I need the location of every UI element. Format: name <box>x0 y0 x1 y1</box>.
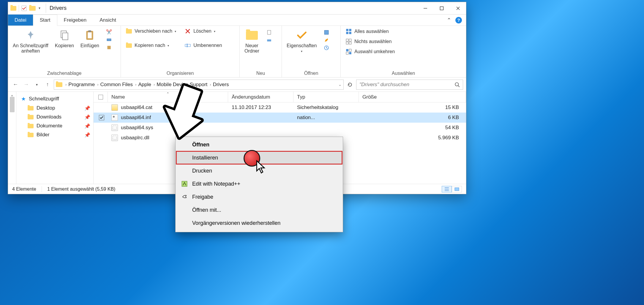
new-folder-button[interactable]: Neuer Ordner <box>244 28 260 55</box>
view-large-icons-button[interactable] <box>452 186 462 192</box>
context-menu-item[interactable]: Öffnen <box>176 138 342 151</box>
column-type[interactable]: Typ <box>293 92 359 102</box>
svg-rect-21 <box>349 42 351 44</box>
ribbon-collapse-button[interactable]: ⌃ <box>447 17 451 23</box>
tab-share[interactable]: Freigeben <box>57 15 93 26</box>
file-name: usbaapl64.inf <box>121 115 151 121</box>
tab-view[interactable]: Ansicht <box>93 15 123 26</box>
view-details-button[interactable] <box>442 186 452 192</box>
folder-icon <box>28 133 34 137</box>
svg-rect-6 <box>107 39 111 41</box>
tab-file[interactable]: Datei <box>8 15 33 26</box>
navigation-pane: ★ Schnellzugriff Desktop 📌 Downloads 📌 D… <box>16 92 94 184</box>
context-menu-item[interactable]: Edit with Notepad++ <box>176 177 342 190</box>
svg-rect-2 <box>62 33 68 40</box>
help-button[interactable]: ? <box>455 17 462 23</box>
star-icon: ★ <box>21 96 26 102</box>
close-button[interactable] <box>450 2 466 15</box>
file-row[interactable]: usbaapl64.cat11.10.2017 12:23Sicherheits… <box>94 102 466 113</box>
file-row[interactable]: usbaapl64.infnation...6 KB <box>94 113 466 123</box>
svg-rect-4 <box>88 32 92 38</box>
column-modified[interactable]: Änderungsdatum <box>228 92 293 102</box>
nav-back-button[interactable]: ← <box>11 80 20 89</box>
svg-rect-18 <box>346 39 348 41</box>
paste-button[interactable]: Einfügen <box>80 28 100 50</box>
address-bar-row: ← → ▾ ↑ ›Programme ›Common Files ›Apple … <box>8 78 466 92</box>
folder-icon <box>28 115 34 119</box>
paste-shortcut-button[interactable] <box>105 44 113 51</box>
column-size[interactable]: Größe <box>359 92 466 102</box>
open-button[interactable] <box>323 29 330 36</box>
nav-forward-button[interactable]: → <box>22 80 31 89</box>
search-input[interactable]: "Drivers" durchsuchen <box>356 80 463 90</box>
qat-properties-button[interactable] <box>21 6 27 11</box>
file-name: usbaapl64.sys <box>121 125 153 131</box>
select-invert-button[interactable]: Auswahl umkehren <box>345 48 395 56</box>
nav-recent-button[interactable]: ▾ <box>32 80 41 89</box>
context-menu-item[interactable]: Öffnen mit... <box>176 203 342 216</box>
folder-icon <box>56 82 62 87</box>
svg-rect-25 <box>349 52 351 54</box>
select-all-button[interactable]: Alles auswählen <box>345 28 395 35</box>
file-icon <box>111 124 118 131</box>
quick-access-toolbar: ▼ <box>8 5 43 12</box>
maximize-button[interactable] <box>433 2 450 15</box>
file-row[interactable]: usbaapl64.sys54 KB <box>94 123 466 133</box>
file-type: nation... <box>293 115 359 121</box>
edit-button[interactable] <box>323 37 330 44</box>
npp-icon <box>180 181 189 187</box>
sidebar-item-pictures[interactable]: Bilder 📌 <box>19 130 92 139</box>
breadcrumb[interactable]: ›Programme ›Common Files ›Apple ›Mobile … <box>54 80 344 90</box>
context-menu-item[interactable]: Freigabe <box>176 190 342 203</box>
svg-point-26 <box>455 83 458 86</box>
context-menu-item[interactable]: Drucken <box>176 164 342 177</box>
svg-rect-27 <box>455 188 459 191</box>
column-name[interactable]: ⌃Name <box>108 92 228 102</box>
move-to-button[interactable]: Verschieben nach▾ <box>125 28 177 35</box>
refresh-button[interactable] <box>345 80 354 89</box>
sidebar-item-downloads[interactable]: Downloads 📌 <box>19 113 92 121</box>
file-date: 11.10.2017 12:23 <box>228 105 293 110</box>
copy-path-button[interactable] <box>105 36 113 43</box>
properties-button[interactable]: Eigenschaften▾ <box>286 28 317 54</box>
window-title: Drivers <box>48 5 67 11</box>
svg-rect-10 <box>267 30 271 34</box>
qat-customize-button[interactable]: ▼ <box>38 7 41 10</box>
copy-to-button[interactable]: Kopieren nach▾ <box>125 42 177 49</box>
pin-to-quick-access-button[interactable]: An Schnellzugriff anheften <box>12 28 49 55</box>
sidebar-item-quickaccess[interactable]: ★ Schnellzugriff <box>19 94 92 104</box>
new-item-button[interactable] <box>265 29 273 36</box>
folder-icon <box>10 6 16 11</box>
nav-scrollbar[interactable]: ▴ <box>8 92 16 184</box>
nav-up-button[interactable]: ↑ <box>43 80 52 89</box>
copy-button[interactable]: Kopieren <box>54 28 75 50</box>
context-menu-item[interactable]: Vorgängerversionen wiederherstellen <box>176 216 342 230</box>
status-count: 4 Elemente <box>12 187 36 192</box>
select-all-checkbox[interactable] <box>94 92 108 102</box>
svg-rect-15 <box>349 29 351 31</box>
svg-rect-0 <box>440 7 443 10</box>
context-menu: ÖffnenInstallierenDruckenEdit with Notep… <box>175 137 343 232</box>
history-button[interactable] <box>323 44 330 51</box>
qat-newfolder-button[interactable] <box>29 6 36 11</box>
context-menu-label: Vorgängerversionen wiederherstellen <box>192 220 280 226</box>
svg-rect-16 <box>346 32 348 34</box>
tab-start[interactable]: Start <box>33 15 57 26</box>
title-bar: ▼ Drivers <box>8 2 466 15</box>
context-menu-label: Edit with Notepad++ <box>192 181 240 187</box>
row-checkbox[interactable] <box>99 115 104 120</box>
easy-access-button[interactable] <box>265 37 273 44</box>
sidebar-item-documents[interactable]: Dokumente 📌 <box>19 121 92 130</box>
delete-button[interactable]: Löschen▾ <box>184 28 222 35</box>
select-none-button[interactable]: Nichts auswählen <box>345 38 395 45</box>
pin-icon: 📌 <box>84 132 90 138</box>
svg-rect-19 <box>349 39 351 41</box>
svg-rect-22 <box>346 49 348 51</box>
minimize-button[interactable] <box>417 2 433 15</box>
svg-rect-14 <box>346 29 348 31</box>
sidebar-item-desktop[interactable]: Desktop 📌 <box>19 104 92 113</box>
context-menu-item[interactable]: Installieren <box>176 151 342 164</box>
cut-button[interactable]: ✂️ <box>105 28 113 36</box>
rename-button[interactable]: Umbenennen <box>184 42 222 49</box>
file-type: Sicherheitskatalog <box>293 105 359 110</box>
